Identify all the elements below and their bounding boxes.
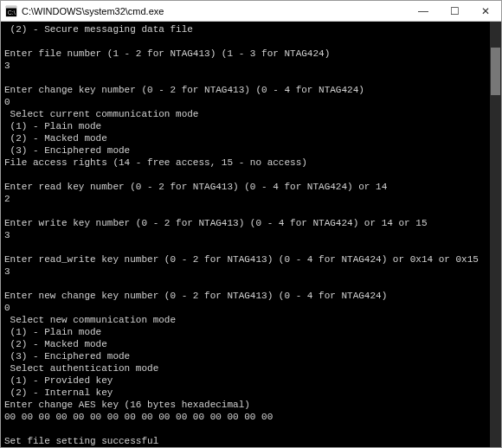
terminal-line — [4, 169, 489, 181]
maximize-icon: ☐ — [450, 5, 460, 17]
window-frame: C:\ C:\WINDOWS\system32\cmd.exe — ☐ ✕ --… — [0, 0, 502, 448]
terminal-line: Enter write key number (0 - 2 for NTAG41… — [4, 217, 489, 229]
terminal-line: Enter new change key number (0 - 2 for N… — [4, 290, 489, 302]
close-button[interactable]: ✕ — [470, 1, 501, 22]
terminal-line: Select authentication mode — [4, 362, 489, 374]
terminal-line: Enter read_write key number (0 - 2 for N… — [4, 253, 489, 266]
terminal-line: 2 — [4, 193, 489, 205]
terminal-line: Set file setting successful — [4, 435, 489, 447]
terminal-line: Select current communication mode — [4, 108, 489, 120]
terminal-line: (2) - Secure messaging data file — [4, 23, 489, 35]
terminal-line — [4, 278, 489, 290]
terminal-line — [4, 72, 489, 84]
terminal-line: Enter change AES key (16 bytes hexadecim… — [4, 399, 489, 411]
terminal-line: 3 — [4, 266, 489, 278]
window-title: C:\WINDOWS\system32\cmd.exe — [22, 6, 408, 16]
minimize-button[interactable]: — — [408, 1, 439, 22]
svg-rect-1 — [6, 5, 16, 8]
terminal-line — [4, 35, 489, 48]
scrollbar-thumb[interactable] — [491, 48, 500, 95]
terminal-line: (2) - Macked mode — [4, 338, 489, 350]
terminal-line: (1) - Plain mode — [4, 120, 489, 132]
maximize-button[interactable]: ☐ — [439, 1, 470, 22]
terminal-line: 0 — [4, 302, 489, 314]
terminal-line: Enter read key number (0 - 2 for NTAG413… — [4, 181, 489, 193]
cmd-icon: C:\ — [5, 5, 17, 17]
terminal-line: 3 — [4, 229, 489, 241]
terminal-line: 00 00 00 00 00 00 00 00 00 00 00 00 00 0… — [4, 411, 489, 423]
terminal-line: File access rights (14 - free access, 15… — [4, 157, 489, 169]
terminal-line: Enter file number (1 - 2 for NTAG413) (1… — [4, 48, 489, 60]
terminal-line: Enter change key number (0 - 2 for NTAG4… — [4, 84, 489, 96]
terminal-client: ----------------------------------------… — [1, 22, 501, 447]
titlebar[interactable]: C:\ C:\WINDOWS\system32\cmd.exe — ☐ ✕ — [1, 1, 501, 22]
terminal-line: (3) - Enciphered mode — [4, 144, 489, 157]
scrollbar-vertical[interactable] — [490, 22, 501, 447]
terminal-line — [4, 205, 489, 217]
terminal-line: (1) - Provided key — [4, 374, 489, 387]
terminal-line: (1) - Plain mode — [4, 326, 489, 338]
minimize-icon: — — [418, 5, 428, 17]
terminal-line: 3 — [4, 60, 489, 72]
terminal-line — [4, 241, 489, 253]
terminal-output[interactable]: ----------------------------------------… — [4, 22, 489, 447]
terminal-line: (2) - Internal key — [4, 387, 489, 399]
close-icon: ✕ — [481, 5, 490, 17]
terminal-line: Select new communication mode — [4, 314, 489, 326]
terminal-line: (2) - Macked mode — [4, 132, 489, 144]
terminal-line: (3) - Enciphered mode — [4, 350, 489, 362]
terminal-line: 0 — [4, 96, 489, 108]
terminal-line — [4, 423, 489, 435]
svg-text:C:\: C:\ — [8, 9, 16, 15]
